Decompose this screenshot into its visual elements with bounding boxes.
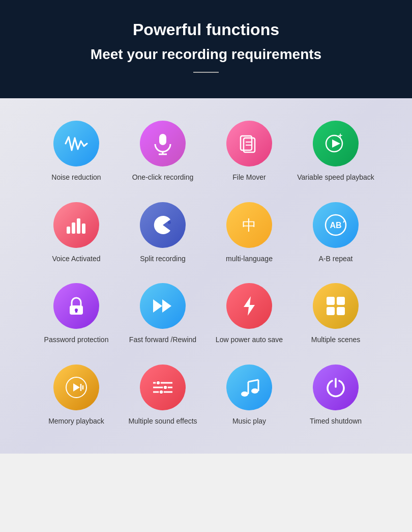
- svg-rect-26: [327, 307, 335, 315]
- svg-marker-22: [162, 299, 171, 313]
- svg-rect-24: [327, 297, 335, 305]
- variable-speed-icon: +: [313, 121, 359, 166]
- svg-text:+: +: [338, 132, 342, 139]
- svg-rect-27: [337, 307, 345, 315]
- multi-language-label: multi-language: [226, 254, 273, 264]
- svg-line-42: [248, 380, 258, 382]
- feature-item-noise-reduction: Noise reduction: [33, 114, 120, 190]
- memory-playback-icon: [53, 365, 99, 410]
- multiple-scenes-icon: [313, 283, 359, 329]
- svg-rect-0: [159, 134, 166, 145]
- svg-rect-20: [75, 310, 77, 313]
- ab-repeat-icon: AB: [313, 202, 359, 248]
- feature-item-memory-playback: Memory playback: [33, 357, 120, 434]
- oneclick-recording-icon: [140, 121, 186, 166]
- feature-item-oneclick-recording: One-click recording: [120, 114, 206, 190]
- features-grid: Noise reductionOne-click recordingFile M…: [33, 114, 379, 433]
- header-title: Powerful functions: [10, 20, 402, 39]
- svg-point-38: [241, 391, 248, 397]
- svg-rect-11: [72, 222, 75, 234]
- svg-marker-21: [153, 299, 162, 313]
- split-recording-icon: [140, 202, 186, 248]
- svg-rect-25: [337, 297, 345, 305]
- variable-speed-label: Variable speed playback: [297, 173, 374, 183]
- svg-rect-13: [82, 223, 85, 234]
- svg-point-35: [156, 381, 160, 385]
- sound-effects-icon: [140, 365, 186, 410]
- file-mover-icon: [226, 121, 272, 166]
- file-mover-label: File Mover: [232, 173, 266, 183]
- svg-text:中: 中: [242, 217, 256, 233]
- features-content: Noise reductionOne-click recordingFile M…: [0, 98, 412, 454]
- header: Powerful functions Meet your recording r…: [0, 0, 412, 98]
- oneclick-recording-label: One-click recording: [132, 173, 194, 183]
- feature-item-variable-speed: +Variable speed playback: [292, 114, 379, 190]
- feature-item-sound-effects: Multiple sound effects: [120, 357, 206, 434]
- ab-repeat-label: A-B repeat: [319, 254, 353, 264]
- svg-point-14: [168, 221, 171, 224]
- svg-marker-8: [332, 139, 340, 148]
- password-protection-label: Password protection: [44, 335, 109, 345]
- music-play-icon: [226, 365, 272, 410]
- password-protection-icon: [53, 283, 99, 329]
- multiple-scenes-label: Multiple scenes: [311, 335, 361, 345]
- sound-effects-label: Multiple sound effects: [128, 416, 197, 427]
- feature-item-music-play: Music play: [206, 357, 292, 434]
- timed-shutdown-label: Timed shutdown: [310, 416, 362, 427]
- svg-text:AB: AB: [330, 221, 341, 230]
- svg-point-36: [163, 385, 167, 389]
- svg-marker-29: [73, 383, 80, 391]
- fast-forward-label: Fast forward /Rewind: [129, 335, 196, 345]
- feature-item-fast-forward: Fast forward /Rewind: [120, 276, 206, 352]
- split-recording-label: Split recording: [140, 254, 186, 264]
- low-power-label: Low power auto save: [216, 335, 283, 345]
- svg-point-37: [159, 390, 163, 394]
- noise-reduction-label: Noise reduction: [51, 173, 101, 183]
- feature-item-multiple-scenes: Multiple scenes: [292, 276, 379, 352]
- timed-shutdown-icon: [313, 365, 359, 410]
- memory-playback-label: Memory playback: [48, 416, 104, 427]
- fast-forward-icon: [140, 283, 186, 329]
- music-play-label: Music play: [232, 416, 266, 427]
- svg-rect-12: [77, 218, 80, 234]
- feature-item-split-recording: Split recording: [120, 195, 206, 271]
- feature-item-password-protection: Password protection: [33, 276, 120, 352]
- low-power-icon: [226, 283, 272, 329]
- svg-rect-10: [67, 227, 70, 234]
- feature-item-multi-language: 中multi-language: [206, 195, 292, 271]
- feature-item-ab-repeat: ABA-B repeat: [292, 195, 379, 271]
- svg-marker-23: [244, 296, 255, 316]
- header-subtitle: Meet your recording requirements: [10, 46, 402, 63]
- feature-item-low-power: Low power auto save: [206, 276, 292, 352]
- header-divider: [193, 72, 219, 73]
- feature-item-voice-activated: Voice Activated: [33, 195, 120, 271]
- svg-point-39: [251, 388, 258, 394]
- voice-activated-label: Voice Activated: [52, 254, 101, 264]
- voice-activated-icon: [53, 202, 99, 248]
- noise-reduction-icon: [53, 121, 99, 166]
- feature-item-file-mover: File Mover: [206, 114, 292, 190]
- multi-language-icon: 中: [226, 202, 272, 248]
- feature-item-timed-shutdown: Timed shutdown: [292, 357, 379, 434]
